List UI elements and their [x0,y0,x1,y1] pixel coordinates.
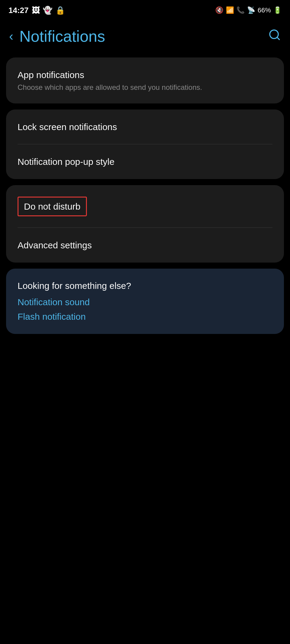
app-notifications-subtitle: Choose which apps are allowed to send yo… [18,83,272,92]
app-notifications-title: App notifications [18,69,272,81]
header-left: ‹ Notifications [9,27,105,45]
suggestion-title: Looking for something else? [18,281,272,291]
status-bar-left: 14:27 🖼 👻 🔒 [8,6,65,15]
mute-icon: 🔇 [215,6,223,14]
do-not-disturb-item[interactable]: Do not disturb [6,185,284,228]
lock-screen-title: Lock screen notifications [18,121,272,133]
status-bar: 14:27 🖼 👻 🔒 🔇 📶 📞 📡 66% 🔋 [0,0,290,18]
notification-popup-item[interactable]: Notification pop-up style [6,144,284,179]
battery-level: 66% [258,6,271,14]
lock-icon: 🔒 [55,6,65,15]
notification-popup-title: Notification pop-up style [18,156,272,168]
snapchat-icon: 👻 [43,6,52,15]
notification-sound-link[interactable]: Notification sound [18,297,272,307]
advanced-settings-title: Advanced settings [18,239,272,251]
app-notifications-card: App notifications Choose which apps are … [6,57,284,103]
lock-popup-card: Lock screen notifications Notification p… [6,110,284,179]
advanced-settings-item[interactable]: Advanced settings [6,228,284,263]
do-not-disturb-title: Do not disturb [24,201,81,212]
main-content: App notifications Choose which apps are … [0,51,290,340]
battery-icon: 🔋 [273,6,282,14]
do-not-disturb-highlight: Do not disturb [18,197,87,216]
signal-icon: 📡 [247,6,255,14]
page-title: Notifications [19,27,105,45]
page-header: ‹ Notifications [0,18,290,51]
lock-screen-item[interactable]: Lock screen notifications [6,110,284,144]
dnd-advanced-card: Do not disturb Advanced settings [6,185,284,263]
gallery-icon: 🖼 [32,6,40,15]
wifi-icon: 📶 [226,6,234,14]
search-button[interactable] [268,28,281,44]
suggestion-card: Looking for something else? Notification… [6,269,284,334]
back-button[interactable]: ‹ [9,30,13,43]
app-notifications-item[interactable]: App notifications Choose which apps are … [6,57,284,103]
flash-notification-link[interactable]: Flash notification [18,312,272,322]
svg-line-1 [277,37,279,40]
call-icon: 📞 [236,6,245,14]
status-bar-right: 🔇 📶 📞 📡 66% 🔋 [215,6,282,14]
time-display: 14:27 [8,6,29,15]
